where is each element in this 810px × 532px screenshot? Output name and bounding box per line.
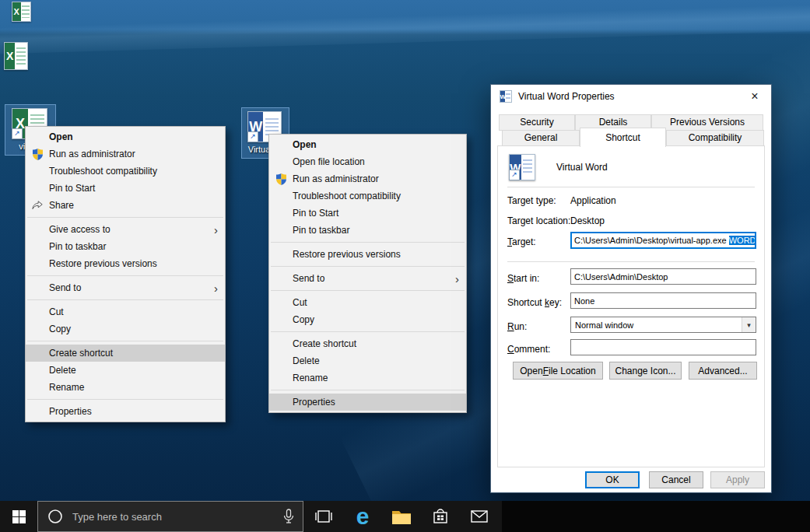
tab-previous-versions[interactable]: Previous Versions bbox=[651, 114, 763, 131]
menu-item-open-file-location[interactable]: Open file location bbox=[269, 153, 466, 170]
menu-separator bbox=[27, 341, 223, 341]
menu-item-cut[interactable]: Cut bbox=[26, 303, 225, 320]
menu-separator bbox=[27, 275, 223, 276]
menu-item-delete[interactable]: Delete bbox=[26, 362, 225, 379]
menu-item-pin-to-start[interactable]: Pin to Start bbox=[26, 180, 225, 197]
store-button[interactable] bbox=[422, 501, 459, 532]
dialog-title: Virtual Word Properties bbox=[518, 91, 615, 102]
menu-item-copy[interactable]: Copy bbox=[26, 320, 225, 338]
uac-shield-icon bbox=[26, 149, 49, 160]
shortcut-name: Virtual Word bbox=[556, 162, 608, 173]
word-icon: W bbox=[500, 90, 512, 103]
menu-item-share[interactable]: Share bbox=[26, 197, 225, 214]
ok-button[interactable]: OK bbox=[585, 471, 640, 488]
start-button[interactable] bbox=[0, 501, 37, 532]
apply-button[interactable]: Apply bbox=[710, 471, 765, 488]
comment-input[interactable] bbox=[570, 339, 756, 355]
menu-item-give-access-to[interactable]: Give access to › bbox=[26, 221, 225, 238]
menu-item-cut[interactable]: Cut bbox=[269, 294, 466, 311]
microphone-icon[interactable] bbox=[282, 509, 295, 524]
menu-separator bbox=[271, 390, 465, 390]
store-bag-icon bbox=[432, 507, 449, 526]
menu-item-troubleshoot-compatibility[interactable]: Troubleshoot compatibility bbox=[269, 187, 466, 205]
share-icon bbox=[26, 201, 49, 210]
menu-item-create-shortcut[interactable]: Create shortcut bbox=[269, 335, 466, 352]
menu-item-send-to[interactable]: Send to › bbox=[269, 270, 466, 287]
menu-item-create-shortcut[interactable]: Create shortcut bbox=[26, 345, 225, 362]
word-shortcut-icon: W ↗ bbox=[509, 154, 535, 180]
menu-item-restore-previous-versions[interactable]: Restore previous versions bbox=[26, 255, 225, 272]
excel-icon-letter: X bbox=[5, 43, 15, 69]
desktop-icon-fragment[interactable]: X bbox=[12, 2, 31, 22]
target-path-text: C:\Users\Admin\Desktop\virtual-app.exe bbox=[574, 236, 729, 245]
word-icon-lines bbox=[506, 93, 510, 100]
target-location-label: Target location: bbox=[507, 215, 570, 226]
word-icon-lines bbox=[523, 159, 533, 174]
taskbar-blank-region bbox=[502, 501, 810, 532]
shortcut-key-input[interactable] bbox=[570, 292, 756, 309]
excel-icon-lines bbox=[22, 5, 30, 17]
excel-icon-lines bbox=[16, 47, 26, 65]
menu-item-open[interactable]: Open bbox=[269, 136, 466, 153]
tab-shortcut[interactable]: Shortcut bbox=[580, 128, 666, 147]
shortcut-tab-page: W ↗ Virtual Word Target type: Applicatio… bbox=[497, 145, 765, 467]
edge-button[interactable]: e bbox=[344, 501, 381, 532]
menu-item-open[interactable]: Open bbox=[26, 128, 225, 145]
change-icon-button[interactable]: Change Icon... bbox=[609, 362, 682, 380]
target-input[interactable]: C:\Users\Admin\Desktop\virtual-app.exe W… bbox=[570, 232, 756, 249]
menu-item-rename[interactable]: Rename bbox=[26, 379, 225, 396]
mail-button[interactable] bbox=[461, 501, 498, 532]
open-file-location-button[interactable]: Open File Location bbox=[513, 362, 603, 380]
menu-item-pin-to-taskbar[interactable]: Pin to taskbar bbox=[269, 222, 466, 239]
dialog-titlebar[interactable]: W Virtual Word Properties × bbox=[491, 85, 771, 108]
cortana-circle-icon[interactable] bbox=[47, 509, 63, 524]
start-in-label: Start in: bbox=[507, 273, 539, 284]
context-menu-word: Open Open file location Run as administr… bbox=[268, 134, 467, 413]
tab-compatibility[interactable]: Compatibility bbox=[666, 130, 764, 146]
tab-security[interactable]: Security bbox=[499, 114, 575, 131]
menu-item-pin-to-start[interactable]: Pin to Start bbox=[269, 205, 466, 222]
word-icon-letter: W bbox=[500, 91, 505, 102]
shortcut-arrow-overlay-icon: ↗ bbox=[509, 170, 520, 180]
menu-item-copy[interactable]: Copy bbox=[269, 311, 466, 328]
search-input[interactable] bbox=[71, 510, 282, 523]
target-type-label: Target type: bbox=[507, 195, 556, 206]
tab-general[interactable]: General bbox=[502, 130, 580, 146]
chevron-down-icon: ▾ bbox=[742, 317, 756, 332]
comment-label: Comment: bbox=[507, 344, 550, 355]
menu-separator bbox=[271, 242, 465, 243]
task-view-icon bbox=[314, 507, 333, 526]
taskbar-search[interactable] bbox=[37, 501, 303, 532]
divider bbox=[507, 261, 755, 262]
menu-item-properties[interactable]: Properties bbox=[26, 403, 225, 420]
target-location-value: Desktop bbox=[570, 215, 605, 226]
close-button[interactable]: × bbox=[738, 85, 771, 108]
shortcut-arrow-overlay-icon: ↗ bbox=[247, 131, 258, 142]
run-label: Run: bbox=[507, 321, 527, 332]
taskbar: e bbox=[0, 501, 810, 532]
uac-shield-icon bbox=[269, 173, 293, 185]
cancel-button[interactable]: Cancel bbox=[649, 471, 703, 488]
menu-separator bbox=[27, 399, 223, 400]
menu-item-send-to[interactable]: Send to › bbox=[26, 279, 225, 296]
menu-separator bbox=[271, 266, 465, 267]
menu-item-run-as-administrator[interactable]: Run as administrator bbox=[26, 145, 225, 163]
run-value: Normal window bbox=[571, 320, 742, 330]
menu-item-run-as-administrator[interactable]: Run as administrator bbox=[269, 170, 466, 187]
menu-item-restore-previous-versions[interactable]: Restore previous versions bbox=[269, 246, 466, 263]
start-in-input[interactable] bbox=[570, 268, 756, 285]
advanced-button[interactable]: Advanced... bbox=[689, 362, 757, 380]
menu-item-delete[interactable]: Delete bbox=[269, 352, 466, 369]
task-view-button[interactable] bbox=[305, 501, 342, 532]
shortcut-arrow-overlay-icon: ↗ bbox=[12, 128, 23, 139]
run-dropdown[interactable]: Normal window ▾ bbox=[570, 317, 756, 333]
mail-envelope-icon bbox=[470, 509, 489, 524]
properties-dialog: W Virtual Word Properties × Security Det… bbox=[490, 84, 772, 493]
file-explorer-button[interactable] bbox=[383, 501, 420, 532]
submenu-chevron-icon: › bbox=[455, 273, 459, 285]
menu-item-troubleshoot-compatibility[interactable]: Troubleshoot compatibility bbox=[26, 163, 225, 180]
desktop-icon-fragment[interactable]: X bbox=[4, 42, 28, 70]
menu-item-properties[interactable]: Properties bbox=[269, 394, 466, 411]
menu-item-pin-to-taskbar[interactable]: Pin to taskbar bbox=[26, 238, 225, 255]
menu-item-rename[interactable]: Rename bbox=[269, 369, 466, 387]
